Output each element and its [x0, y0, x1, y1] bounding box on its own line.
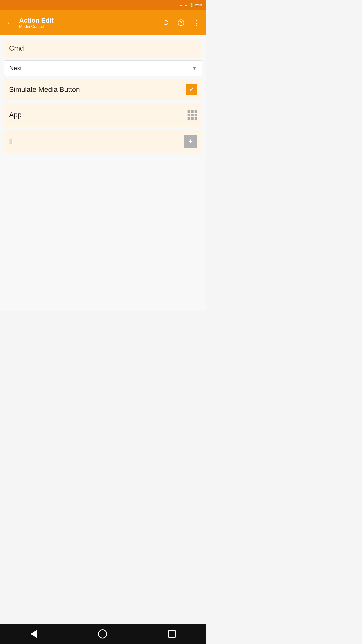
refresh-button[interactable] — [160, 17, 171, 28]
svg-point-0 — [178, 20, 184, 25]
status-icons: ▲ ▲ 🔋 2:53 — [179, 3, 202, 7]
dropdown-section[interactable]: Next ▼ — [4, 60, 202, 76]
app-bar-subtitle: Media Control — [19, 24, 156, 29]
grid-dot — [195, 114, 197, 116]
simulate-media-section: Simulate Media Button — [4, 79, 202, 100]
app-bar: ← Action Edit Media Control ⋮ — [0, 10, 206, 35]
grid-dot — [188, 114, 190, 116]
grid-dot — [191, 110, 194, 113]
wifi-icon: ▲ — [179, 3, 183, 7]
main-content: Cmd Next ▼ Simulate Media Button App If … — [0, 35, 206, 311]
grid-dot — [188, 110, 190, 113]
cmd-label: Cmd — [9, 44, 24, 52]
if-label: If — [9, 137, 13, 145]
empty-space — [4, 156, 202, 307]
grid-dot — [188, 117, 190, 120]
app-grid-icon[interactable] — [188, 110, 197, 120]
grid-dot — [191, 117, 194, 120]
app-bar-title-container: Action Edit Media Control — [19, 17, 156, 29]
dropdown-selected-value: Next — [9, 65, 22, 72]
cmd-section: Cmd — [4, 39, 202, 57]
more-options-button[interactable]: ⋮ — [191, 16, 202, 29]
dropdown-arrow-icon: ▼ — [192, 65, 197, 71]
app-section[interactable]: App — [4, 103, 202, 127]
help-button[interactable] — [175, 17, 187, 28]
more-icon: ⋮ — [193, 18, 200, 27]
app-bar-title: Action Edit — [19, 17, 156, 24]
if-section: If + — [4, 130, 202, 153]
back-button[interactable]: ← — [4, 17, 15, 29]
grid-dot — [195, 110, 197, 113]
app-label: App — [9, 111, 22, 119]
add-if-button[interactable]: + — [184, 135, 197, 148]
status-time: 2:53 — [195, 3, 202, 7]
signal-icon: ▲ — [184, 3, 188, 7]
app-bar-actions: ⋮ — [160, 16, 202, 29]
simulate-label: Simulate Media Button — [9, 86, 80, 94]
svg-point-1 — [181, 24, 181, 24]
battery-icon: 🔋 — [189, 3, 194, 7]
status-bar: ▲ ▲ 🔋 2:53 — [0, 0, 206, 10]
simulate-checkbox[interactable] — [186, 84, 197, 95]
grid-dot — [195, 117, 197, 120]
grid-dot — [191, 114, 194, 116]
